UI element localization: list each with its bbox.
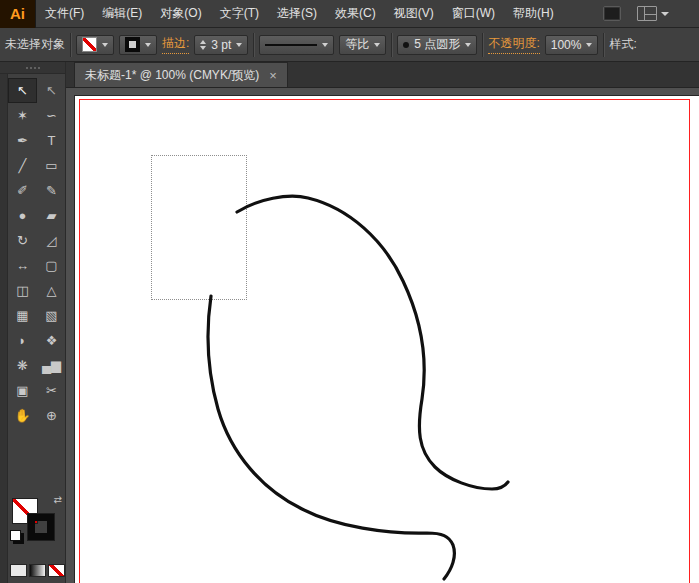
symbol-sprayer-tool-icon: ❋ [17,358,28,373]
selection-tool[interactable]: ↖ [8,78,37,103]
shape-builder-tool-icon: ◫ [16,283,28,298]
fill-color-picker[interactable] [76,35,114,55]
pencil-tool[interactable]: ✎ [37,178,66,203]
selection-tool-icon: ↖ [17,83,28,98]
menu-file[interactable]: 文件(F) [36,0,93,27]
column-graph-tool-icon: ▄▆ [42,358,61,373]
menu-type[interactable]: 文字(T) [211,0,268,27]
line-segment-tool[interactable]: ╱ [8,153,37,178]
workspace-grid-icon [637,6,657,21]
bridge-icon[interactable] [603,6,621,21]
stroke-color-picker[interactable] [119,35,157,55]
eyedropper-tool[interactable]: ◗ [8,328,37,353]
uniform-value: 等比 [345,36,369,53]
column-graph-tool[interactable]: ▄▆ [37,353,66,378]
menu-effect[interactable]: 效果(C) [326,0,385,27]
stroke-panel-link[interactable]: 描边: [162,35,189,54]
rectangle-tool-icon: ▭ [45,158,57,173]
pen-tool[interactable]: ✒ [8,128,37,153]
gradient-tool-icon: ▧ [45,308,57,323]
scale-tool-icon: ◿ [47,233,57,248]
zoom-tool[interactable]: ⊕ [37,403,66,428]
magic-wand-tool-icon: ✶ [17,108,28,123]
rectangle-tool[interactable]: ▭ [37,153,66,178]
artwork-layer [66,88,699,583]
menu-view[interactable]: 视图(V) [385,0,443,27]
direct-selection-tool-icon: ↖ [46,83,57,98]
divider [253,33,254,57]
divider [603,33,604,57]
divider [482,33,483,57]
mesh-tool-icon: ▦ [16,308,28,323]
line-segment-tool-icon: ╱ [19,158,27,173]
menu-object[interactable]: 对象(O) [151,0,210,27]
width-tool-icon: ↔ [16,258,29,273]
eraser-tool[interactable]: ▰ [37,203,66,228]
slice-tool[interactable]: ✂ [37,378,66,403]
direct-selection-tool[interactable]: ↖ [37,78,66,103]
blob-brush-tool[interactable]: ● [8,203,37,228]
menu-help[interactable]: 帮助(H) [504,0,563,27]
stroke-width-stepper[interactable] [200,40,206,50]
hand-tool-icon: ✋ [14,408,30,423]
lasso-tool[interactable]: ∽ [37,103,66,128]
brush-stroke-left[interactable] [208,296,454,579]
stroke-swatch[interactable] [28,514,54,540]
gradient-tool[interactable]: ▧ [37,303,66,328]
control-bar: 未选择对象 描边: 3 pt 等比 5 点圆形 不透明度: 100% 样 [0,28,699,62]
dock-edge [0,74,8,583]
menu-window[interactable]: 窗口(W) [443,0,504,27]
style-label: 样式: [609,36,636,53]
close-icon[interactable]: × [269,69,277,82]
lasso-tool-icon: ∽ [46,108,57,123]
brush-select[interactable]: 5 点圆形 [397,35,477,55]
menubar: Ai 文件(F) 编辑(E) 对象(O) 文字(T) 选择(S) 效果(C) 视… [0,0,699,28]
brush-stroke-right[interactable] [237,196,508,489]
chevron-down-icon [586,43,592,47]
gradient-mode-button[interactable] [29,564,46,577]
blend-tool[interactable]: ❖ [37,328,66,353]
perspective-grid-tool[interactable]: △ [37,278,66,303]
opacity-select[interactable]: 100% [545,35,599,55]
pasteboard[interactable] [66,88,699,583]
rotate-tool-icon: ↻ [17,233,28,248]
paintbrush-tool[interactable]: ✐ [8,178,37,203]
artboard-tool-icon: ▣ [16,383,28,398]
artboard-tool[interactable]: ▣ [8,378,37,403]
shape-builder-tool[interactable]: ◫ [8,278,37,303]
toolbar-drag-handle[interactable] [0,62,65,74]
width-profile-select[interactable] [259,35,334,55]
stroke-width-select[interactable]: 3 pt [194,35,248,55]
chevron-down-icon [661,12,669,16]
document-tab-bar: 未标题-1* @ 100% (CMYK/预览) × [66,62,699,88]
paint-mode-buttons [10,564,65,577]
mesh-tool[interactable]: ▦ [8,303,37,328]
scale-tool[interactable]: ◿ [37,228,66,253]
menu-select[interactable]: 选择(S) [268,0,326,27]
hand-tool[interactable]: ✋ [8,403,37,428]
none-mode-button[interactable] [48,564,65,577]
fill-stroke-swatches: ⇄ [10,494,62,558]
brush-value: 5 点圆形 [414,36,460,53]
type-tool[interactable]: T [37,128,66,153]
selection-status: 未选择对象 [5,36,65,53]
color-mode-button[interactable] [10,564,27,577]
tool-grid: ↖ ↖ ✶ ∽ ✒ T ╱ ▭ ✐ ✎ ● ▰ ↻ ◿ ↔ ▢ ◫ △ ▦ ▧ … [8,78,66,428]
stepper-down-icon [200,46,206,50]
rotate-tool[interactable]: ↻ [8,228,37,253]
default-fill-stroke-icon[interactable] [10,530,21,541]
magic-wand-tool[interactable]: ✶ [8,103,37,128]
document-tab[interactable]: 未标题-1* @ 100% (CMYK/预览) × [74,62,288,87]
swap-fill-stroke-icon[interactable]: ⇄ [54,494,62,505]
symbol-sprayer-tool[interactable]: ❋ [8,353,37,378]
workspace-switcher[interactable] [637,6,669,21]
chevron-down-icon [236,43,242,47]
pen-tool-icon: ✒ [17,133,28,148]
divider [391,33,392,57]
free-transform-tool-icon: ▢ [45,258,57,273]
width-tool[interactable]: ↔ [8,253,37,278]
free-transform-tool[interactable]: ▢ [37,253,66,278]
menu-edit[interactable]: 编辑(E) [93,0,151,27]
uniform-select[interactable]: 等比 [339,35,386,55]
opacity-panel-link[interactable]: 不透明度: [488,35,539,54]
